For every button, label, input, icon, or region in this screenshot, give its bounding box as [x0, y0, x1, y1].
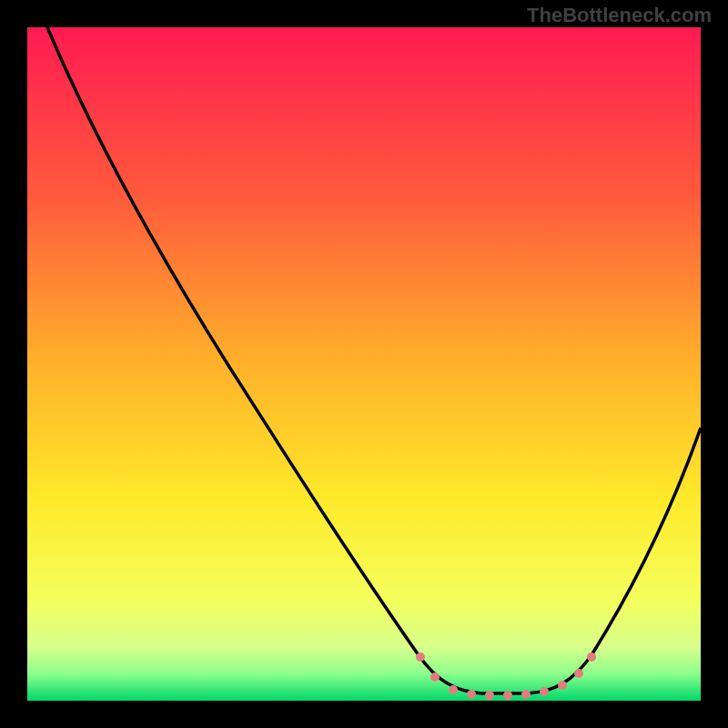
svg-point-5	[503, 691, 512, 700]
svg-point-6	[521, 690, 531, 699]
svg-point-7	[540, 687, 549, 696]
svg-point-2	[449, 685, 458, 694]
chart-container: TheBottleneck.com	[0, 0, 728, 728]
svg-point-4	[485, 691, 494, 700]
svg-point-8	[558, 681, 567, 690]
plot-background	[27, 27, 701, 701]
chart-svg	[0, 0, 728, 728]
svg-point-3	[467, 690, 476, 699]
watermark-text: TheBottleneck.com	[527, 4, 712, 27]
svg-point-10	[587, 652, 596, 662]
svg-point-0	[416, 652, 425, 662]
svg-point-9	[574, 669, 583, 678]
svg-point-1	[430, 672, 440, 682]
